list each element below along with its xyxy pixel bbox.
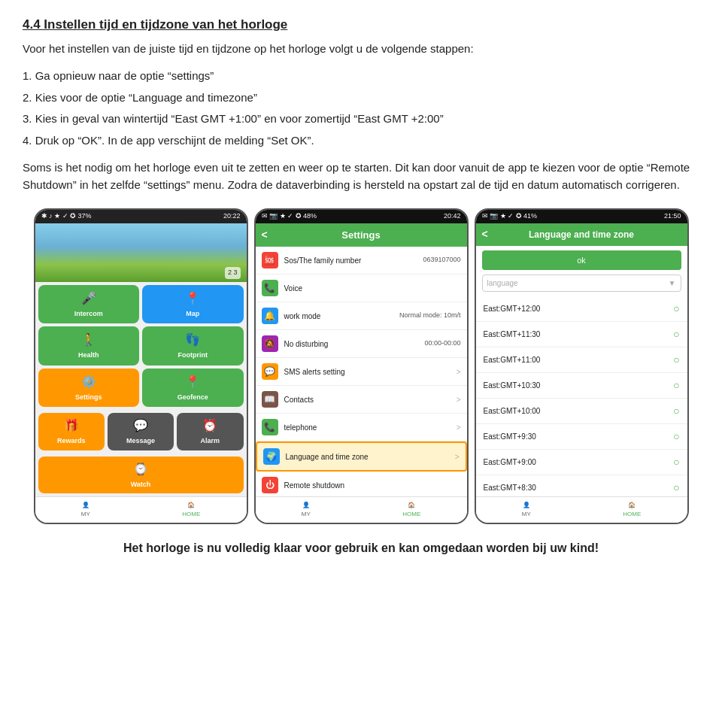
alarm-label: Alarm: [201, 436, 220, 447]
phone1-message-btn[interactable]: 💬 Message: [108, 413, 174, 450]
tz-label-830: East:GMT+8:30: [484, 482, 536, 493]
phone3-ok-button[interactable]: ok: [482, 250, 681, 271]
rewards-label: Rewards: [57, 436, 86, 447]
phone3-nav-my-icon: 👤: [523, 501, 530, 510]
message-label: Message: [126, 436, 155, 447]
phone2-back-btn[interactable]: <: [262, 227, 268, 243]
page-title: 4.4 Instellen tijd en tijdzone van het h…: [23, 15, 699, 35]
language-label: Language and time zone: [286, 451, 455, 463]
phone1-nav-home[interactable]: 🏠 HOME: [182, 501, 200, 519]
tz-item-930[interactable]: East:GMT+9:30 ○: [476, 424, 687, 450]
phone1-geofence-btn[interactable]: 📍 Geofence: [142, 369, 244, 408]
phone1-nav-my-icon: 👤: [82, 501, 89, 510]
phone2-nav-home[interactable]: 🏠 HOME: [402, 501, 420, 519]
nodisturb-label: No disturbing: [284, 338, 425, 350]
settings-voice-item[interactable]: 📞 Voice: [256, 275, 467, 302]
settings-shutdown-item[interactable]: ⏻ Remote shutdown: [256, 472, 467, 496]
settings-language-item[interactable]: 🌍 Language and time zone >: [256, 441, 467, 472]
phone1-watch-btn[interactable]: ⌚ Watch: [38, 457, 244, 494]
phone3-nav-home-label: HOME: [623, 510, 641, 519]
phone1-health-btn[interactable]: 🚶 Health: [38, 326, 140, 366]
phone1-intercom-btn[interactable]: 🎤 Intercom: [38, 285, 140, 324]
health-icon: 🚶: [81, 331, 96, 349]
phone2-nav-home-icon: 🏠: [408, 501, 415, 510]
tz-item-9[interactable]: East:GMT+9:00 ○: [476, 450, 687, 475]
phone3-title: Language and time zone: [529, 228, 634, 241]
phone3-nav-my[interactable]: 👤 MY: [522, 501, 531, 519]
tz-label-930: East:GMT+9:30: [484, 431, 536, 442]
phone1-footprint-btn[interactable]: 👣 Footprint: [142, 326, 244, 366]
telephone-label: telephone: [284, 422, 457, 433]
phone2-settings-list: 🆘 Sos/The family number 0639107000 📞 Voi…: [256, 247, 467, 496]
sms-label: SMS alerts setting: [284, 366, 457, 378]
settings-workmode-item[interactable]: 🔔 work mode Normal mode: 10m/t: [256, 302, 467, 330]
phone2-nav-home-label: HOME: [402, 510, 420, 519]
step-2: 2. Kies voor de optie “Language and time…: [23, 89, 699, 107]
phone3-time: 21:50: [664, 211, 681, 222]
phone2-nav-my-label: MY: [302, 510, 311, 519]
tz-check-10: ○: [673, 403, 679, 419]
phone3-status-left: ✉ 📷 ★ ✓ ✪ 41%: [482, 211, 538, 222]
phone2-status-left: ✉ 📷 ★ ✓ ✪ 48%: [262, 211, 317, 222]
phone3-language-select[interactable]: language ▼: [482, 275, 681, 292]
step-1: 1. Ga opnieuw naar de optie “settings”: [23, 68, 699, 85]
phone-1: ✱ ♪ ★ ✓ ✪ 37% 20:22 2 3 🎤 Intercom 📍 Map…: [34, 208, 248, 524]
phone1-hero-image: 2 3: [35, 223, 247, 282]
phone1-status-left: ✱ ♪ ★ ✓ ✪ 37%: [41, 211, 92, 222]
phone1-rewards-btn[interactable]: 🎁 Rewards: [38, 413, 105, 450]
phone1-nav-my-label: MY: [81, 510, 90, 519]
step-3: 3. Kies in geval van wintertijd “East GM…: [23, 111, 699, 128]
tz-check-1030: ○: [673, 378, 679, 393]
message-icon: 💬: [133, 417, 148, 435]
phone3-nav-home[interactable]: 🏠 HOME: [623, 501, 641, 519]
phone1-map-btn[interactable]: 📍 Map: [142, 285, 244, 324]
telephone-arrow: >: [457, 422, 461, 433]
tz-item-1030[interactable]: East:GMT+10:30 ○: [476, 373, 687, 399]
settings-sms-item[interactable]: 💬 SMS alerts setting >: [256, 358, 467, 386]
tz-check-1130: ○: [673, 326, 679, 342]
tz-label-1030: East:GMT+10:30: [484, 380, 541, 391]
watch-label: Watch: [131, 480, 151, 490]
phone1-nav: 👤 MY 🏠 HOME: [35, 496, 247, 523]
intercom-label: Intercom: [74, 309, 103, 320]
tz-label-10: East:GMT+10:00: [484, 405, 541, 417]
phone1-time: 20:22: [223, 211, 241, 222]
nodisturb-value: 00:00-00:00: [424, 338, 460, 349]
sos-icon: 🆘: [262, 252, 278, 268]
tz-item-1130[interactable]: East:GMT+11:30 ○: [476, 322, 687, 347]
phone2-nav-my[interactable]: 👤 MY: [302, 501, 311, 519]
sos-label: Sos/The family number: [284, 255, 423, 266]
tz-check-11: ○: [673, 352, 679, 368]
tz-label-1130: East:GMT+11:30: [484, 329, 541, 340]
phone1-status-bar: ✱ ♪ ★ ✓ ✪ 37% 20:22: [35, 210, 247, 223]
shutdown-label: Remote shutdown: [284, 480, 461, 491]
workmode-value: Normal mode: 10m/t: [399, 311, 461, 321]
voice-icon: 📞: [262, 280, 278, 296]
phone1-alarm-btn[interactable]: ⏰ Alarm: [177, 413, 243, 450]
contacts-icon: 📖: [262, 391, 278, 408]
settings-nodisturb-item[interactable]: 🔕 No disturbing 00:00-00:00: [256, 330, 467, 358]
phone1-settings-btn[interactable]: ⚙️ Settings: [38, 369, 140, 408]
tz-item-10[interactable]: East:GMT+10:00 ○: [476, 399, 687, 424]
rewards-icon: 🎁: [64, 417, 79, 435]
phone1-nav-my[interactable]: 👤 MY: [81, 501, 90, 519]
settings-contacts-item[interactable]: 📖 Contacts >: [256, 386, 467, 414]
phones-container: ✱ ♪ ★ ✓ ✪ 37% 20:22 2 3 🎤 Intercom 📍 Map…: [23, 208, 699, 524]
tz-item-12[interactable]: East:GMT+12:00 ○: [476, 296, 687, 322]
phone3-header: < Language and time zone: [476, 223, 687, 246]
phone2-nav-my-icon: 👤: [302, 501, 310, 510]
settings-telephone-item[interactable]: 📞 telephone >: [256, 414, 467, 441]
phone3-back-btn[interactable]: <: [482, 226, 488, 242]
sos-value: 0639107000: [423, 255, 460, 265]
tz-item-830[interactable]: East:GMT+8:30 ○: [476, 475, 687, 496]
phone2-time: 20:42: [444, 211, 461, 222]
contacts-arrow: >: [457, 394, 461, 405]
watch-icon: ⌚: [133, 460, 148, 478]
phone3-nav: 👤 MY 🏠 HOME: [476, 496, 687, 523]
footprint-label: Footprint: [178, 350, 208, 361]
phone3-dropdown-icon: ▼: [669, 278, 676, 289]
nodisturb-icon: 🔕: [262, 335, 278, 352]
settings-sos-item[interactable]: 🆘 Sos/The family number 0639107000: [256, 247, 467, 275]
footer-text: Het horloge is nu volledig klaar voor ge…: [23, 539, 699, 557]
tz-item-11[interactable]: East:GMT+11:00 ○: [476, 347, 687, 373]
